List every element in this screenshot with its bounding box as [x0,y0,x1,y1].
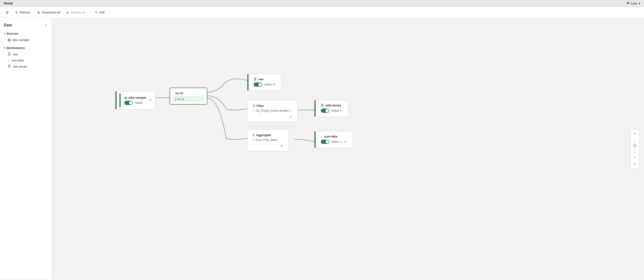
sidebar-item-with-docks[interactable]: 🗄 with-docks [0,63,52,70]
node-bike-sample-inner: ▦ bike-sample Active [124,96,146,105]
sum-bike-star-icon: ✦ [340,140,342,144]
node-aggregate-header: Σ Aggregate [250,132,286,138]
live-label[interactable]: Live [631,2,637,5]
node-es-v2-body: ∫ es-v2 [173,96,204,102]
node-filter-row: ≡ No_Empty_Docks greater t... [250,108,294,114]
refresh-button[interactable]: ↻ Refresh [12,9,33,16]
live-chevron: ▾ [638,2,640,5]
node-aggregate-row: ≡ Sum of No_Bikes [250,138,286,143]
title-bar-right: 👁 Live ▾ [626,2,640,5]
sidebar-sources-header[interactable]: ▾ Sources [0,30,52,37]
sum-bike-toggle-thumb [326,140,329,144]
node-raw-body: Active ≡ [251,82,278,88]
node-filter: ▽ Filter ≡ No_Empty_Docks greater t... ≡ [247,100,298,122]
settings-button[interactable]: ⚙ [3,9,12,16]
sidebar-collapse-button[interactable]: « [44,23,48,28]
zoom-fit-button[interactable]: ⤢ [632,160,638,167]
raw-toggle[interactable] [254,82,262,87]
filter-menu[interactable]: ≡ [288,115,292,119]
node-with-docks: 🗄 with-docks Active ≡ [314,100,348,117]
title-bar: Home 👁 Live ▾ [0,0,644,7]
filter-icon: ▽ [253,104,255,108]
activate-all-button[interactable]: ▶ Activate all [64,9,88,16]
destinations-chevron-icon: ▾ [4,47,5,49]
zoom-slider-thumb [634,144,636,147]
with-docks-toggle[interactable] [321,108,329,113]
node-bike-sample-toggle-row: Active [124,101,146,105]
grid-icon: ▦ [8,38,10,42]
sidebar-title: Data « [0,22,52,30]
node-es-v2-header: es-v2 [173,90,204,96]
zoom-controls: + − ⤢ [630,129,639,168]
with-docks-db-icon: 🗄 [321,104,324,107]
node-with-docks-body: Active ≡ [318,108,345,115]
zoom-out-button[interactable]: − [632,154,638,160]
sidebar-item-bike-sample[interactable]: ▦ bike-sample [0,37,52,43]
settings-icon: ⚙ [6,10,9,14]
node-raw: 🗄 raw Active ≡ [247,74,281,91]
deactivate-all-button[interactable]: ⏸ Deactivate all [34,9,63,16]
sidebar-sources-section: ▾ Sources ▦ bike-sample [0,30,52,43]
node-bike-sample-title-row: ▦ bike-sample [124,96,146,100]
aggregate-icon: Σ [253,133,255,137]
canvas-area: ▦ bike-sample Active ≡ es-v2 ∫ es-v2 [52,18,644,279]
edit-icon: ✎ [95,10,98,14]
house-icon: ⌂ [8,58,10,62]
node-es-v2: es-v2 ∫ es-v2 [170,88,207,104]
sidebar: Data « ▾ Sources ▦ bike-sample ▾ Destina… [0,18,52,279]
sources-chevron-icon: ▾ [4,32,5,35]
raw-menu[interactable]: ≡ [272,82,276,87]
connections-svg [52,18,644,279]
toolbar: ⚙ ↻ Refresh ⏸ Deactivate all ▶ Activate … [0,7,644,18]
sidebar-item-sum-bike[interactable]: ⌂ sum-bike [0,57,52,63]
sum-bike-menu[interactable]: ≡ [344,140,348,144]
node-raw-toggle-row: Active [254,82,272,87]
sum-bike-house-icon: ⌂ [321,135,323,138]
raw-db-icon: 🗄 [254,78,257,81]
refresh-icon: ↻ [15,10,18,14]
bike-sample-menu[interactable]: ≡ [148,98,152,102]
app-title: Home [4,2,13,5]
sidebar-destinations-header[interactable]: ▾ Destinations [0,45,52,51]
raw-toggle-thumb [258,83,262,86]
eye-icon: 👁 [626,2,630,5]
node-raw-header: 🗄 raw [251,76,278,82]
aggregate-menu[interactable]: ≡ [280,144,284,148]
node-aggregate-footer: ≡ [250,143,286,149]
node-with-docks-header: 🗄 with-docks [318,102,345,108]
bike-sample-toggle-thumb [129,101,132,104]
with-docks-toggle-thumb [326,109,329,112]
node-filter-header: ▽ Filter [250,102,294,108]
node-filter-footer: ≡ [250,114,294,120]
node-sum-bike-body: Active ✦ ≡ [318,139,350,146]
bike-sample-grid-icon: ▦ [124,96,127,100]
sum-bike-toggle[interactable] [321,140,329,144]
es-icon: ∫ [175,98,176,100]
bike-sample-toggle[interactable] [124,101,133,105]
main-layout: Data « ▾ Sources ▦ bike-sample ▾ Destina… [0,18,644,279]
db-icon-raw: 🗄 [8,52,11,56]
edit-button[interactable]: ✎ Edit [92,9,107,16]
node-sum-bike-toggle-row: Active [321,140,339,144]
node-sum-bike-header: ⌂ sum-bike [318,133,350,139]
toolbar-divider [90,10,90,15]
node-aggregate: Σ Aggregate ≡ Sum of No_Bikes ≡ [247,129,288,151]
aggregate-row-icon: ≡ [253,138,254,142]
zoom-slider-track [634,138,635,152]
node-bike-sample: ▦ bike-sample Active ≡ [116,91,156,110]
activate-icon: ▶ [67,10,69,14]
sidebar-item-raw[interactable]: 🗄 raw [0,51,52,57]
node-sum-bike: ⌂ sum-bike Active ✦ ≡ [314,131,353,148]
sidebar-destinations-section: ▾ Destinations 🗄 raw ⌂ sum-bike 🗄 with-d… [0,45,52,70]
db-icon-with-docks: 🗄 [8,64,11,68]
with-docks-menu[interactable]: ≡ [339,108,343,113]
zoom-in-button[interactable]: + [632,130,638,137]
deactivate-icon: ⏸ [37,10,40,14]
node-with-docks-toggle-row: Active [321,108,339,113]
filter-row-icon: ≡ [253,109,254,112]
source-bar [120,93,120,108]
